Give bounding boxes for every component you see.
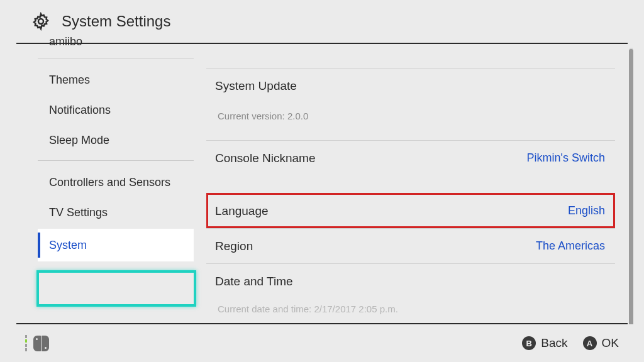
sidebar-divider (38, 58, 194, 58)
content-area: amiibo Themes Notifications Sleep Mode C… (0, 44, 644, 324)
sidebar: amiibo Themes Notifications Sleep Mode C… (0, 44, 206, 324)
system-version-text: Current version: 2.0.0 (206, 103, 615, 140)
sidebar-item-tv-settings[interactable]: TV Settings (38, 197, 194, 228)
sidebar-item-controllers-sensors[interactable]: Controllers and Sensors (38, 167, 194, 197)
svg-point-0 (38, 19, 43, 24)
row-system-update[interactable]: System Update (206, 68, 615, 103)
date-time-subtext: Current date and time: 2/17/2017 2:05 p.… (206, 299, 615, 324)
row-value: The Americas (536, 239, 605, 253)
footer-hints: B Back A OK (522, 336, 619, 350)
teal-highlight-annotation (36, 270, 196, 307)
hint-label: OK (602, 336, 619, 350)
sidebar-item-label: Themes (49, 74, 90, 87)
sidebar-item-system[interactable]: System (38, 229, 194, 261)
row-value: Pikmin's Switch (527, 151, 605, 165)
hint-back[interactable]: B Back (522, 336, 567, 350)
footer: B Back A OK (0, 324, 644, 362)
sidebar-item-label: TV Settings (49, 206, 108, 219)
b-button-icon: B (522, 336, 536, 350)
row-label: System Update (215, 79, 297, 93)
joycon-icon (33, 336, 49, 351)
page-title: System Settings (62, 13, 170, 30)
row-value: English (568, 204, 605, 217)
row-language-wrap: Language English (206, 193, 615, 228)
sidebar-item-label: Notifications (49, 104, 111, 117)
controller-indicator (25, 335, 49, 351)
spacer (206, 175, 615, 193)
row-label: Region (215, 239, 253, 253)
hint-ok[interactable]: A OK (583, 336, 619, 350)
gear-icon (31, 12, 50, 31)
sidebar-item-sleep-mode[interactable]: Sleep Mode (38, 125, 194, 155)
connection-dots-icon (25, 335, 27, 351)
selection-indicator (38, 233, 40, 258)
row-region[interactable]: Region The Americas (206, 228, 615, 263)
sidebar-divider (38, 160, 194, 161)
version-value: 2.0.0 (287, 111, 308, 121)
version-prefix: Current version: (218, 111, 287, 121)
sidebar-item-notifications[interactable]: Notifications (38, 95, 194, 125)
row-language[interactable]: Language English (206, 193, 615, 228)
row-label: Date and Time (215, 275, 293, 288)
a-button-icon: A (583, 336, 597, 350)
datetime-prefix: Current date and time: (218, 304, 314, 314)
sidebar-item-label: Controllers and Sensors (49, 176, 170, 189)
row-console-nickname[interactable]: Console Nickname Pikmin's Switch (206, 140, 615, 175)
row-date-time[interactable]: Date and Time (206, 263, 615, 299)
main-panel: System Update Current version: 2.0.0 Con… (206, 44, 644, 324)
scrollbar-thumb[interactable] (629, 49, 633, 326)
sidebar-item-label: amiibo (49, 35, 82, 48)
hint-label: Back (541, 336, 567, 350)
sidebar-item-themes[interactable]: Themes (38, 65, 194, 95)
row-label: Language (215, 204, 269, 218)
sidebar-item-label: Sleep Mode (49, 134, 109, 147)
sidebar-item-label: System (49, 239, 87, 252)
row-label: Console Nickname (215, 151, 315, 165)
sidebar-item-amiibo[interactable]: amiibo (38, 35, 194, 49)
datetime-value: 2/17/2017 2:05 p.m. (314, 304, 397, 314)
